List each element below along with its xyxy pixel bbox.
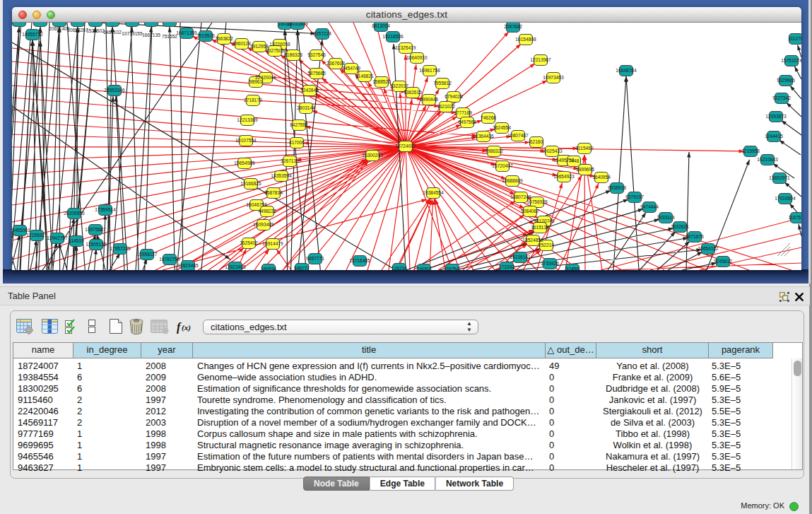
svg-text:7632621: 7632621: [671, 224, 689, 229]
svg-text:16782759: 16782759: [159, 257, 180, 262]
svg-text:13524851: 13524851: [522, 238, 543, 243]
svg-text:18807249: 18807249: [510, 194, 531, 199]
svg-text:14136141: 14136141: [510, 255, 531, 259]
svg-text:2803144: 2803144: [297, 105, 315, 110]
svg-text:9146821: 9146821: [355, 74, 374, 78]
svg-text:6466102: 6466102: [103, 30, 122, 35]
svg-text:9777169: 9777169: [454, 110, 472, 115]
svg-text:7986322: 7986322: [485, 148, 503, 153]
svg-text:15716485: 15716485: [349, 258, 370, 263]
svg-text:16671355: 16671355: [176, 30, 197, 35]
svg-text:9329966: 9329966: [777, 78, 795, 83]
svg-text:19384554: 19384554: [423, 190, 444, 195]
svg-text:5875685: 5875685: [307, 71, 326, 76]
svg-text:62160: 62160: [530, 139, 543, 144]
svg-text:7625402: 7625402: [240, 240, 258, 245]
svg-text:10653267: 10653267: [67, 28, 88, 33]
svg-text:3215958: 3215958: [741, 148, 760, 153]
svg-text:17957225: 17957225: [110, 246, 131, 251]
svg-text:(x): (x): [182, 323, 191, 332]
svg-text:8990448: 8990448: [420, 97, 438, 102]
svg-text:10958117: 10958117: [137, 252, 158, 257]
svg-text:751552: 751552: [162, 34, 177, 39]
svg-text:9084067: 9084067: [521, 209, 539, 214]
svg-text:945777: 945777: [294, 266, 310, 270]
svg-text:8938918: 8938918: [608, 185, 626, 190]
svg-text:8186328: 8186328: [284, 52, 302, 57]
svg-text:10756928: 10756928: [526, 199, 548, 204]
svg-text:160934: 160934: [261, 267, 276, 270]
svg-text:9327546: 9327546: [307, 52, 326, 57]
svg-text:1244415: 1244415: [765, 134, 783, 139]
svg-text:6379197: 6379197: [625, 194, 644, 199]
svg-text:5322037: 5322037: [390, 83, 408, 88]
svg-text:746266: 746266: [481, 115, 496, 120]
svg-text:25300203: 25300203: [362, 153, 383, 158]
svg-text:8427552: 8427552: [290, 122, 308, 127]
svg-text:4498222: 4498222: [258, 209, 276, 214]
svg-text:7515526: 7515526: [196, 33, 215, 38]
svg-text:16961758: 16961758: [419, 68, 440, 73]
svg-text:1621022: 1621022: [437, 104, 455, 109]
svg-text:13692971: 13692971: [769, 175, 790, 180]
svg-text:8587834: 8587834: [264, 190, 283, 195]
svg-text:8454749: 8454749: [342, 66, 360, 71]
svg-text:16914479: 16914479: [262, 241, 283, 246]
svg-text:7663822: 7663822: [215, 36, 233, 41]
svg-text:10025433: 10025433: [541, 148, 563, 153]
svg-text:76254: 76254: [446, 267, 459, 270]
svg-text:10973493: 10973493: [543, 75, 564, 80]
svg-text:12156827: 12156827: [26, 233, 47, 238]
svg-text:1362615: 1362615: [404, 90, 422, 95]
svg-text:17359914: 17359914: [95, 207, 116, 212]
svg-text:9327505: 9327505: [266, 48, 284, 53]
svg-text:16033809: 16033809: [287, 23, 308, 26]
svg-text:21364436: 21364436: [473, 134, 494, 139]
svg-text:16154808: 16154808: [515, 37, 536, 42]
svg-text:19218506: 19218506: [382, 34, 404, 39]
svg-text:1615132: 1615132: [531, 225, 549, 230]
svg-text:6794028: 6794028: [445, 94, 463, 99]
svg-text:16093: 16093: [418, 267, 431, 270]
svg-text:6899695: 6899695: [576, 167, 594, 172]
svg-text:12505135: 12505135: [86, 242, 107, 247]
svg-text:17016504: 17016504: [775, 196, 796, 201]
svg-text:92456: 92456: [566, 267, 579, 270]
svg-text:10654112: 10654112: [698, 246, 719, 251]
svg-text:111276: 111276: [788, 36, 801, 41]
svg-text:15751074: 15751074: [781, 58, 801, 63]
svg-text:9245612: 9245612: [714, 259, 732, 264]
svg-text:9457771: 9457771: [306, 256, 324, 261]
svg-text:9115460: 9115460: [575, 146, 594, 151]
svg-text:173342: 173342: [499, 264, 514, 269]
svg-text:12823465: 12823465: [177, 263, 199, 268]
svg-text:10107554: 10107554: [235, 138, 257, 143]
svg-text:98961: 98961: [249, 79, 263, 84]
svg-text:1733426: 1733426: [541, 261, 559, 266]
svg-text:417006: 417006: [289, 140, 305, 145]
svg-text:16640910: 16640910: [406, 55, 428, 60]
svg-text:13226058: 13226058: [269, 42, 290, 47]
svg-text:16648784: 16648784: [616, 68, 637, 73]
svg-text:16120746: 16120746: [534, 218, 555, 223]
svg-text:12213967: 12213967: [530, 57, 551, 62]
svg-text:8960124: 8960124: [233, 41, 251, 46]
svg-text:128234: 128234: [392, 266, 407, 270]
svg-text:114519: 114519: [69, 238, 84, 243]
svg-text:12823465: 12823465: [225, 264, 246, 269]
svg-text:15720407: 15720407: [492, 163, 513, 168]
svg-text:19654985: 19654985: [234, 160, 255, 165]
svg-text:1527602: 1527602: [86, 28, 105, 33]
svg-text:11325419: 11325419: [396, 45, 416, 50]
svg-text:9227342: 9227342: [772, 95, 791, 100]
svg-text:18724007: 18724007: [395, 144, 416, 148]
svg-text:16046758: 16046758: [246, 202, 267, 207]
svg-text:16093489: 16093489: [253, 222, 274, 227]
svg-text:19654923: 19654923: [553, 174, 575, 179]
svg-text:19166825: 19166825: [240, 181, 261, 186]
svg-text:13975887: 13975887: [85, 227, 106, 232]
svg-text:14055712: 14055712: [22, 32, 43, 37]
svg-text:12093873: 12093873: [765, 114, 787, 119]
svg-text:2933114: 2933114: [657, 215, 675, 220]
svg-text:10807487: 10807487: [507, 133, 529, 138]
